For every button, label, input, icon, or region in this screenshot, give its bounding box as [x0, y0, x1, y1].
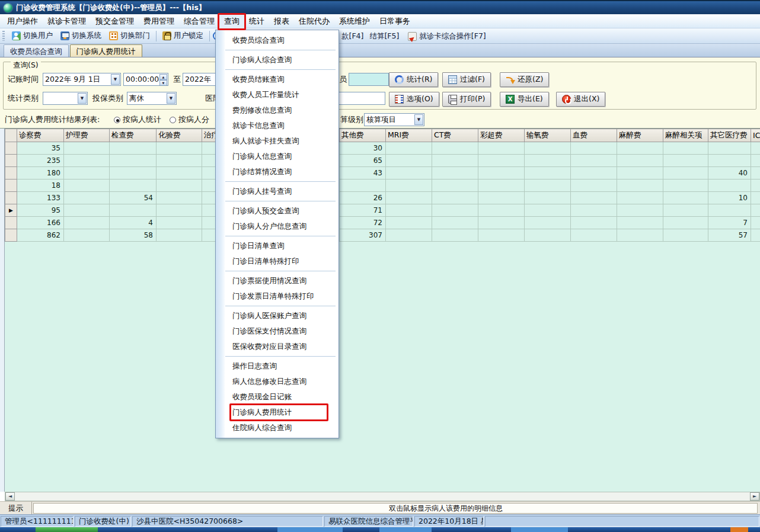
- menubar-item-综合管理[interactable]: 综合管理: [179, 14, 219, 28]
- table-cell[interactable]: 72: [340, 217, 386, 229]
- menu-item-门诊病人费用统计[interactable]: 门诊病人费用统计: [216, 405, 339, 420]
- table-cell[interactable]: [617, 204, 663, 217]
- table-cell[interactable]: [571, 155, 617, 167]
- menu-item-门诊日清单特殊打印[interactable]: 门诊日清单特殊打印: [216, 254, 339, 269]
- 过滤-button[interactable]: 过滤(F): [442, 72, 491, 87]
- menu-item-门诊病人分户信息查询[interactable]: 门诊病人分户信息查询: [216, 219, 339, 234]
- table-cell[interactable]: [157, 155, 202, 167]
- table-cell[interactable]: [64, 204, 110, 217]
- table-cell[interactable]: [110, 142, 157, 155]
- column-header-其它医疗费[interactable]: 其它医疗费: [708, 129, 751, 142]
- column-header-MRI费[interactable]: MRI费: [386, 129, 432, 142]
- menu-item-门诊病人医保账户查询[interactable]: 门诊病人医保账户查询: [216, 308, 339, 323]
- column-header-CT费[interactable]: CT费: [432, 129, 478, 142]
- table-cell[interactable]: 40: [708, 167, 751, 180]
- taskbar-item[interactable]: [277, 527, 343, 532]
- scroll-right-button[interactable]: ►: [750, 492, 759, 501]
- table-cell[interactable]: [708, 204, 751, 217]
- operator-input[interactable]: [349, 73, 389, 86]
- table-cell[interactable]: [432, 217, 478, 229]
- table-cell[interactable]: [478, 167, 525, 180]
- column-header-检查费[interactable]: 检查费: [110, 129, 157, 142]
- column-header-彩超费[interactable]: 彩超费: [478, 129, 525, 142]
- menubar-item-报表[interactable]: 报表: [269, 14, 294, 28]
- horizontal-scrollbar[interactable]: ◄ ►: [5, 492, 760, 501]
- scroll-left-button[interactable]: ◄: [5, 492, 15, 501]
- table-cell[interactable]: 57: [708, 229, 751, 242]
- table-row[interactable]: 3530: [5, 142, 760, 155]
- menu-item-门诊结算情况查询[interactable]: 门诊结算情况查询: [216, 164, 339, 180]
- table-cell[interactable]: [478, 142, 525, 155]
- table-cell[interactable]: [617, 142, 663, 155]
- table-cell[interactable]: [525, 180, 571, 192]
- table-cell[interactable]: [64, 192, 110, 204]
- table-cell[interactable]: [478, 180, 525, 192]
- table-cell[interactable]: [751, 142, 760, 155]
- extra-input[interactable]: [338, 92, 385, 105]
- collect-f4-label[interactable]: 款[F4]: [341, 31, 363, 41]
- taskbar-item[interactable]: [379, 527, 432, 532]
- menubar-item-住院代办[interactable]: 住院代办: [294, 14, 334, 28]
- menu-item-医保收费对应目录查询[interactable]: 医保收费对应目录查询: [216, 339, 339, 354]
- chevron-down-icon[interactable]: ▼: [78, 93, 87, 104]
- menu-item-收费员综合查询[interactable]: 收费员综合查询: [216, 33, 339, 48]
- column-header-诊察费[interactable]: 诊察费: [17, 129, 64, 142]
- table-row[interactable]: ▶9571: [5, 204, 760, 217]
- menu-item-门诊医保支付情况查询[interactable]: 门诊医保支付情况查询: [216, 323, 339, 339]
- column-header-化验费[interactable]: 化验费: [157, 129, 202, 142]
- table-cell[interactable]: [571, 217, 617, 229]
- 退出-button[interactable]: 退出(X): [556, 92, 605, 107]
- menubar-item-系统维护[interactable]: 系统维护: [334, 14, 375, 28]
- table-cell[interactable]: [751, 204, 760, 217]
- table-row[interactable]: 23565: [5, 155, 760, 167]
- table-cell[interactable]: [663, 167, 708, 180]
- table-cell[interactable]: [708, 142, 751, 155]
- menu-item-门诊病人预交金查询[interactable]: 门诊病人预交金查询: [216, 203, 339, 219]
- menubar-item-用户操作[interactable]: 用户操作: [2, 14, 43, 28]
- column-header-IC[interactable]: IC: [751, 129, 760, 142]
- table-cell[interactable]: [432, 142, 478, 155]
- menu-item-收费员结账查询[interactable]: 收费员结账查询: [216, 72, 339, 87]
- table-cell[interactable]: 18: [17, 180, 64, 192]
- table-cell[interactable]: [663, 142, 708, 155]
- radio-selected-icon[interactable]: [114, 117, 120, 123]
- table-cell[interactable]: [432, 167, 478, 180]
- table-cell[interactable]: [751, 217, 760, 229]
- table-cell[interactable]: [751, 192, 760, 204]
- table-row[interactable]: 1664727: [5, 217, 760, 229]
- table-cell[interactable]: [617, 167, 663, 180]
- toolbar-button-切换用户[interactable]: 切换用户: [9, 30, 56, 42]
- table-cell[interactable]: [663, 229, 708, 242]
- column-header-麻醉费[interactable]: 麻醉费: [617, 129, 663, 142]
- date-from-input[interactable]: 2022年 9月 1日▼: [43, 73, 121, 86]
- table-cell[interactable]: [525, 229, 571, 242]
- table-cell[interactable]: [157, 180, 202, 192]
- taskbar[interactable]: [0, 527, 760, 532]
- chevron-down-icon[interactable]: ▼: [414, 114, 423, 125]
- table-cell[interactable]: [617, 192, 663, 204]
- settle-f5-label[interactable]: 结算[F5]: [369, 31, 399, 41]
- table-cell[interactable]: [751, 180, 760, 192]
- table-cell[interactable]: [478, 217, 525, 229]
- menu-item-门诊日清单查询[interactable]: 门诊日清单查询: [216, 238, 339, 254]
- table-cell[interactable]: [64, 167, 110, 180]
- table-cell[interactable]: 71: [340, 204, 386, 217]
- table-cell[interactable]: 65: [340, 155, 386, 167]
- 选项-button[interactable]: 选项(O): [389, 92, 439, 107]
- table-cell[interactable]: 26: [340, 192, 386, 204]
- table-row[interactable]: 18: [5, 180, 760, 192]
- insure-type-select[interactable]: 离休▼: [127, 92, 177, 105]
- table-cell[interactable]: [525, 142, 571, 155]
- table-cell[interactable]: [571, 167, 617, 180]
- table-cell[interactable]: 58: [110, 229, 157, 242]
- table-cell[interactable]: [525, 167, 571, 180]
- menubar-item-就诊卡管理[interactable]: 就诊卡管理: [43, 14, 91, 28]
- table-cell[interactable]: [478, 229, 525, 242]
- table-cell[interactable]: [571, 180, 617, 192]
- table-cell[interactable]: [432, 204, 478, 217]
- table-cell[interactable]: [157, 229, 202, 242]
- menu-item-住院病人综合查询[interactable]: 住院病人综合查询: [216, 420, 339, 435]
- table-cell[interactable]: [386, 155, 432, 167]
- table-cell[interactable]: 54: [110, 192, 157, 204]
- table-cell[interactable]: [386, 217, 432, 229]
